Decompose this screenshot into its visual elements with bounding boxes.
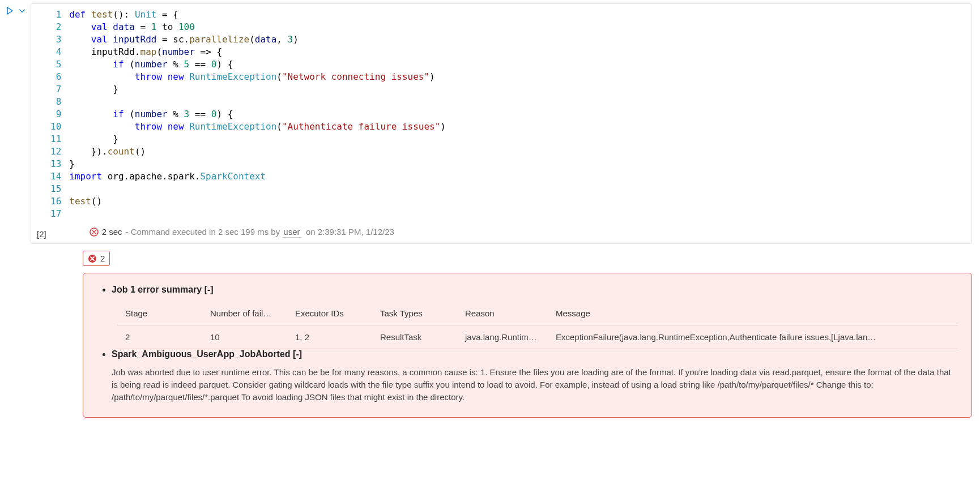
- col-reason[interactable]: Reason: [457, 302, 548, 325]
- collapse-toggle[interactable]: [-]: [204, 285, 214, 294]
- code-editor[interactable]: 1234567891011121314151617 def test(): Un…: [31, 3, 972, 244]
- error-details-box: Job 1 error summary [-] Stage Nu: [83, 273, 972, 418]
- collapse-toggle[interactable]: [-]: [293, 349, 302, 359]
- play-icon: [5, 6, 14, 15]
- cell-stage: 2: [117, 325, 202, 349]
- error-count-tab[interactable]: 2: [83, 251, 110, 266]
- col-fail-count[interactable]: Number of fail…: [202, 302, 287, 325]
- line-number-gutter: 1234567891011121314151617: [31, 8, 69, 220]
- execution-time: on 2:39:31 PM, 1/12/23: [306, 227, 394, 237]
- cell-message: ExceptionFailure(java.lang.RuntimeExcept…: [548, 325, 958, 349]
- cell-reason: java.lang.Runtim…: [457, 325, 548, 349]
- execution-count: [2]: [37, 225, 90, 239]
- line-number: 16: [50, 195, 61, 208]
- line-number: 13: [50, 158, 61, 170]
- line-number: 4: [50, 46, 61, 58]
- error-summary-header[interactable]: Job 1 error summary [-]: [112, 285, 958, 295]
- run-menu-button[interactable]: [17, 6, 27, 16]
- line-number: 3: [50, 33, 61, 46]
- col-task-types[interactable]: Task Types: [372, 302, 457, 325]
- col-message[interactable]: Message: [548, 302, 958, 325]
- chevron-down-icon: [18, 7, 26, 15]
- execution-user[interactable]: user: [282, 227, 301, 238]
- execution-sep: -: [126, 227, 131, 237]
- line-number: 11: [50, 133, 61, 145]
- error-table: Stage Number of fail… Executor IDs Task …: [117, 302, 958, 349]
- execution-duration: 2 sec: [102, 227, 122, 237]
- line-number: 17: [50, 208, 61, 220]
- cell-task-types: ResultTask: [372, 325, 457, 349]
- line-number: 5: [50, 58, 61, 71]
- error-count: 2: [100, 254, 105, 263]
- line-number: 10: [50, 121, 61, 133]
- error-summary-title: Job 1 error summary: [112, 285, 202, 294]
- line-number: 6: [50, 71, 61, 83]
- table-header-row: Stage Number of fail… Executor IDs Task …: [117, 302, 958, 325]
- cell-fail-count: 10: [202, 325, 287, 349]
- col-executor-ids[interactable]: Executor IDs: [287, 302, 372, 325]
- execution-status-row: [2] 2 sec - Command executed in 2 sec 19…: [31, 220, 972, 240]
- code-content[interactable]: def test(): Unit = { val data = 1 to 100…: [69, 8, 446, 220]
- error-aborted-title: Spark_Ambiguous_UserApp_JobAborted: [112, 349, 291, 359]
- col-stage[interactable]: Stage: [117, 302, 202, 325]
- line-number: 14: [50, 170, 61, 183]
- error-aborted-header[interactable]: Spark_Ambiguous_UserApp_JobAborted [-]: [112, 349, 958, 359]
- line-number: 9: [50, 108, 61, 121]
- line-number: 1: [50, 8, 61, 21]
- table-row[interactable]: 2 10 1, 2 ResultTask java.lang.Runtim… E…: [117, 325, 958, 349]
- line-number: 15: [50, 183, 61, 195]
- line-number: 2: [50, 21, 61, 33]
- error-aborted-description: Job was aborted due to user runtime erro…: [112, 366, 958, 404]
- line-number: 12: [50, 145, 61, 158]
- run-cell-button[interactable]: [5, 6, 15, 16]
- error-panel: 2 Job 1 error summary [-]: [31, 244, 980, 418]
- notebook-cell: 1234567891011121314151617 def test(): Un…: [0, 0, 980, 418]
- line-number: 7: [50, 83, 61, 96]
- error-filled-icon: [88, 254, 97, 263]
- cell-executor-ids: 1, 2: [287, 325, 372, 349]
- line-number: 8: [50, 96, 61, 108]
- execution-detail: Command executed in 2 sec 199 ms by: [131, 227, 280, 237]
- error-icon: [90, 228, 99, 237]
- cell-run-controls: [5, 3, 31, 418]
